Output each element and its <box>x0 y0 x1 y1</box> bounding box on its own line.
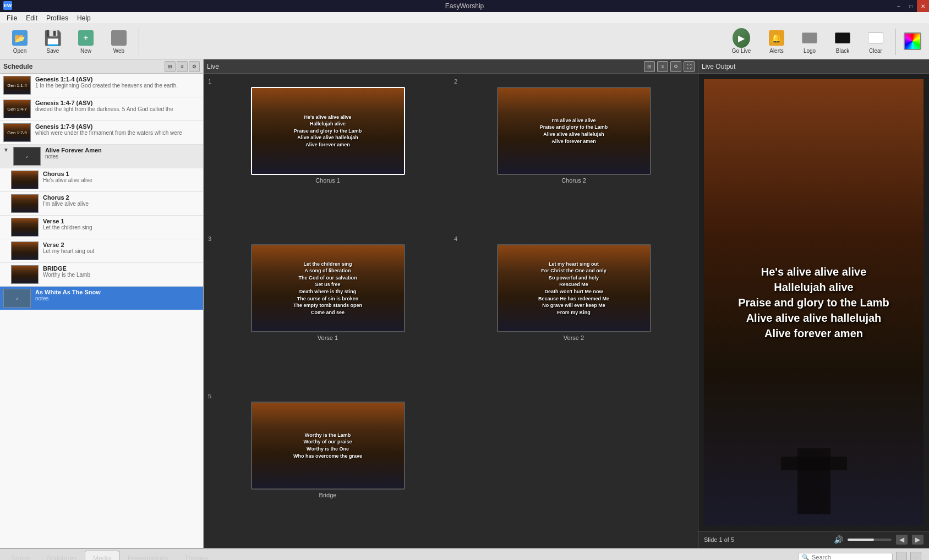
tab-spacer <box>217 549 794 560</box>
tab-themes[interactable]: Themes <box>176 551 216 560</box>
schedule-item-genesis1[interactable]: Gen 1:1-4 Genesis 1:1-4 (ASV) 1 In the b… <box>0 74 203 97</box>
schedule-item-genesis2[interactable]: Gen 1:4-7 Genesis 1:4-7 (ASV) divided th… <box>0 97 203 121</box>
alerts-button[interactable]: 🔔 Alerts <box>761 26 792 57</box>
slide-thumb-4[interactable]: Let my heart sing outFor Christ the One … <box>497 244 651 332</box>
menu-profiles[interactable]: Profiles <box>42 13 73 23</box>
schedule-thumb-chorus1 <box>11 171 39 189</box>
schedule-item-chorus2[interactable]: Chorus 2 I'm alive alive alive <box>0 192 203 216</box>
slide-cell-3: 3 Let the children singA song of liberat… <box>208 235 447 386</box>
schedule-grid-btn[interactable]: ⊞ <box>165 61 176 72</box>
schedule-text-chorus2: Chorus 2 I'm alive alive alive <box>43 194 200 207</box>
schedule-item-verse1[interactable]: Verse 1 Let the children sing <box>0 216 203 239</box>
schedule-thumb-chorus2 <box>11 194 39 213</box>
minimize-button[interactable]: − <box>893 0 905 12</box>
slide-cell-2: 2 I'm alive alive alivePraise and glory … <box>454 78 693 229</box>
colorpicker-icon <box>904 32 921 50</box>
logo-button[interactable]: Logo <box>794 26 825 57</box>
new-icon: + <box>77 29 95 47</box>
menubar: File Edit Profiles Help <box>0 12 929 24</box>
schedule-header: Schedule ⊞ ≡ ⚙ <box>0 59 203 74</box>
schedule-item-alive[interactable]: ▼ ♪ Alive Forever Amen notes <box>0 145 203 168</box>
slide-thumb-5[interactable]: Worthy is the LambWorthy of our praiseWo… <box>251 402 405 490</box>
media-options-btn[interactable]: ▶ <box>910 552 921 560</box>
toolbar-separator-2 <box>895 29 896 55</box>
schedule-text-genesis2: Genesis 1:4-7 (ASV) divided the light fr… <box>35 100 200 112</box>
liveout-text: He's alive alive alive Hallelujah alive … <box>733 259 895 347</box>
tab-scriptures[interactable]: Scriptures <box>39 551 85 560</box>
schedule-text-aswhite: As White As The Snow notes <box>35 289 200 301</box>
tab-presentations[interactable]: Presentations <box>119 551 176 560</box>
save-icon: 💾 <box>44 29 62 47</box>
schedule-text-genesis1: Genesis 1:1-4 (ASV) 1 In the beginning G… <box>35 76 200 89</box>
slide-info: Slide 1 of 5 <box>704 536 829 543</box>
live-grid-btn[interactable]: ⊞ <box>644 61 655 72</box>
schedule-list: Gen 1:1-4 Genesis 1:1-4 (ASV) 1 In the b… <box>0 74 203 548</box>
web-button[interactable]: Web <box>103 26 134 57</box>
live-settings-btn[interactable]: ⚙ <box>670 61 681 72</box>
clear-icon <box>867 29 884 47</box>
black-icon <box>834 29 851 47</box>
expand-arrow-alive: ▼ <box>3 147 9 153</box>
live-expand-btn[interactable]: ⛶ <box>684 61 695 72</box>
slide-thumb-1[interactable]: He's alive alive aliveHallelujah alivePr… <box>251 87 405 175</box>
open-button[interactable]: 📂 Open <box>4 26 35 57</box>
logo-icon <box>801 29 818 47</box>
titlebar: EW EasyWorship − □ ✕ <box>0 0 929 12</box>
black-button[interactable]: Black <box>827 26 858 57</box>
schedule-text-bridge: BRIDGE Worthy is the Lamb <box>43 265 200 278</box>
schedule-item-genesis3[interactable]: Gen 1:7-9 Genesis 1:7-9 (ASV) which were… <box>0 121 203 145</box>
schedule-title: Schedule <box>3 63 32 70</box>
slide-thumb-3[interactable]: Let the children singA song of liberatio… <box>251 244 405 332</box>
schedule-thumb-verse1 <box>11 218 39 237</box>
schedule-thumb-alive: ♪ <box>13 147 41 166</box>
tab-media[interactable]: Media <box>85 551 119 560</box>
live-header: Live ⊞ ≡ ⚙ ⛶ <box>204 59 698 74</box>
menu-edit[interactable]: Edit <box>21 13 42 23</box>
search-input[interactable] <box>812 554 889 560</box>
schedule-settings-btn[interactable]: ⚙ <box>189 61 200 72</box>
slide-cell-4: 4 Let my heart sing outFor Christ the On… <box>454 235 693 386</box>
search-bar: 🔍 <box>798 553 893 561</box>
schedule-thumb-verse2 <box>11 241 39 260</box>
search-icon: 🔍 <box>802 554 810 561</box>
save-button[interactable]: 💾 Save <box>37 26 68 57</box>
menu-file[interactable]: File <box>2 13 21 23</box>
slide-cell-1: 1 He's alive alive aliveHallelujah alive… <box>208 78 447 229</box>
schedule-item-aswhite[interactable]: ♪ As White As The Snow notes <box>0 287 203 310</box>
window-controls: − □ ✕ <box>893 0 929 12</box>
schedule-list-btn[interactable]: ≡ <box>177 61 188 72</box>
golive-button[interactable]: ▶ Go Live <box>724 26 759 57</box>
new-button[interactable]: + New <box>70 26 101 57</box>
menu-help[interactable]: Help <box>73 13 95 23</box>
schedule-item-chorus1[interactable]: Chorus 1 He's alive alive alive <box>0 168 203 192</box>
tab-songs[interactable]: Songs <box>3 551 39 560</box>
toolbar: 📂 Open 💾 Save + New Web ▶ Go Live 🔔 Aler… <box>0 24 929 59</box>
live-controls: ⊞ ≡ ⚙ ⛶ <box>644 61 695 72</box>
slide-thumb-2[interactable]: I'm alive alive alivePraise and glory to… <box>497 87 651 175</box>
volume-fill <box>848 539 874 541</box>
cross-horizontal <box>781 457 847 470</box>
next-slide-button[interactable]: ▶ <box>912 535 923 545</box>
maximize-button[interactable]: □ <box>905 0 917 12</box>
live-list-btn[interactable]: ≡ <box>657 61 668 72</box>
prev-slide-button[interactable]: ◀ <box>896 535 908 545</box>
schedule-item-verse2[interactable]: Verse 2 Let my heart sing out <box>0 239 203 263</box>
schedule-thumb-genesis1: Gen 1:1-4 <box>3 76 31 95</box>
close-button[interactable]: ✕ <box>917 0 929 12</box>
add-media-btn[interactable]: + <box>896 552 907 560</box>
alerts-icon: 🔔 <box>768 29 785 47</box>
clear-button[interactable]: Clear <box>860 26 891 57</box>
bottom-toolbar-right: 🔍 + ▶ <box>794 549 926 560</box>
volume-slider[interactable] <box>848 539 892 541</box>
slide-grid: 1 He's alive alive aliveHallelujah alive… <box>204 74 698 548</box>
schedule-item-bridge[interactable]: BRIDGE Worthy is the Lamb <box>0 263 203 287</box>
liveout-controls: Slide 1 of 5 🔊 ◀ ▶ <box>698 531 929 548</box>
bottom-tabs: Songs Scriptures Media Presentations The… <box>0 549 929 560</box>
colorpicker-button[interactable] <box>900 26 925 57</box>
schedule-thumb-bridge <box>11 265 39 284</box>
schedule-controls: ⊞ ≡ ⚙ <box>165 61 200 72</box>
liveout-panel: Live Output He's alive alive alive Halle… <box>698 59 929 548</box>
live-panel: Live ⊞ ≡ ⚙ ⛶ 1 He's alive alive aliveHal… <box>204 59 698 548</box>
app-title: EasyWorship <box>445 2 484 10</box>
golive-icon: ▶ <box>733 29 750 47</box>
